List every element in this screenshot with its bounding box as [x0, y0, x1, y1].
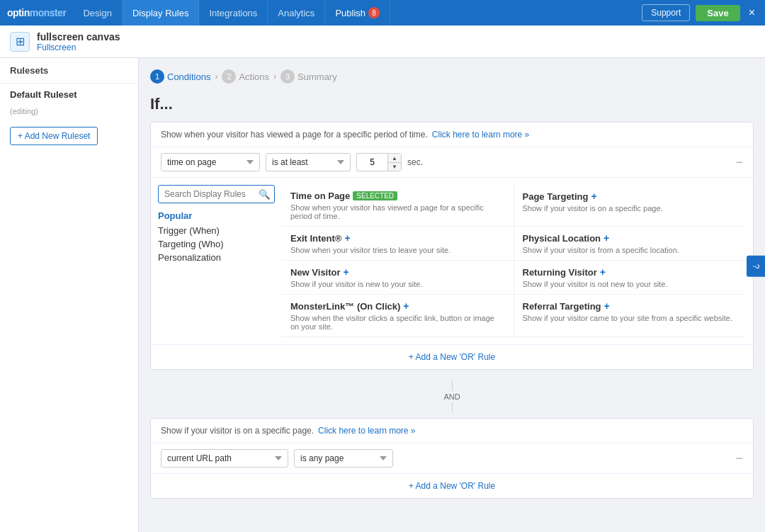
close-button[interactable]: ×: [746, 4, 758, 22]
rule-2-controls: current URL path is any page −: [151, 443, 753, 473]
campaign-type: Fullscreen: [37, 43, 120, 52]
rule-2-learn-more[interactable]: Click here to learn more »: [318, 426, 415, 436]
search-box-wrap: 🔍: [158, 185, 275, 203]
rule-1-remove-button[interactable]: −: [735, 156, 743, 169]
campaign-icon: ⊞: [10, 32, 30, 52]
step-3-label: Summary: [298, 72, 337, 82]
and-connector: AND: [150, 375, 754, 418]
search-input[interactable]: [158, 185, 275, 203]
support-button[interactable]: Support: [642, 4, 690, 21]
option-physical-location-desc: Show if your visitor is from a specific …: [523, 246, 738, 254]
rule-1-spinners: ▲ ▼: [387, 153, 402, 171]
option-page-targeting[interactable]: Page Targeting + Show if your visitor is…: [514, 185, 747, 227]
rule-1-number-input[interactable]: [356, 153, 387, 171]
option-page-targeting-name: Page Targeting +: [523, 191, 738, 202]
search-icon: 🔍: [259, 189, 271, 200]
and-line-bottom: [452, 402, 453, 412]
exit-intent-plus[interactable]: +: [344, 232, 350, 244]
step-summary[interactable]: 3 Summary: [280, 69, 337, 84]
option-referral-targeting[interactable]: Referral Targeting + Show if your visito…: [514, 295, 747, 337]
rule-1-learn-more[interactable]: Click here to learn more »: [432, 130, 529, 140]
dropdown-panel: 🔍 Popular Trigger (When) Targeting (Who)…: [151, 177, 753, 344]
rule-1-condition-select[interactable]: is at least: [266, 153, 351, 171]
right-help-tab[interactable]: ?: [747, 255, 765, 277]
rule-card-1: Show when your visitor has viewed a page…: [150, 122, 754, 370]
option-referral-targeting-desc: Show if your visitor came to your site f…: [523, 314, 738, 322]
step-actions[interactable]: 2 Actions: [222, 69, 269, 84]
campaign-name: fullscreen canvas: [37, 31, 120, 43]
step-arrow-2: ›: [273, 72, 276, 81]
step-2-label: Actions: [239, 72, 269, 82]
sidebar-item-default-ruleset[interactable]: Default Ruleset: [0, 84, 138, 106]
panel-right: Time on Page SELECTED Show when your vis…: [282, 185, 746, 337]
rule-2-description: Show if your visitor is on a specific pa…: [161, 426, 314, 436]
add-ruleset-button[interactable]: + Add New Ruleset: [10, 127, 98, 145]
logo[interactable]: optinmonster: [7, 7, 66, 18]
new-visitor-plus[interactable]: +: [344, 266, 349, 278]
rule-1-description: Show when your visitor has viewed a page…: [161, 130, 428, 140]
panel-left: 🔍 Popular Trigger (When) Targeting (Who)…: [158, 185, 275, 337]
referral-targeting-plus[interactable]: +: [604, 300, 610, 312]
step-2-num: 2: [222, 69, 236, 84]
step-3-num: 3: [280, 69, 295, 84]
rule-2-type-select[interactable]: current URL path: [161, 449, 288, 468]
panel-cat-personalization[interactable]: Personalization: [158, 252, 275, 263]
nav-design[interactable]: Design: [73, 0, 122, 26]
physical-location-plus[interactable]: +: [604, 232, 609, 244]
spin-down[interactable]: ▼: [388, 162, 401, 171]
option-physical-location[interactable]: Physical Location + Show if your visitor…: [514, 227, 747, 261]
option-exit-intent-name: Exit Intent® +: [290, 232, 505, 244]
option-returning-visitor-name: Returning Visitor +: [523, 266, 738, 278]
nav-analytics[interactable]: Analytics: [268, 0, 325, 26]
nav-publish[interactable]: Publish 8: [325, 0, 390, 26]
add-or-rule-1[interactable]: + Add a New 'OR' Rule: [151, 344, 753, 369]
selected-badge: SELECTED: [353, 191, 397, 200]
logo-text: optinmonster: [7, 7, 66, 18]
option-exit-intent[interactable]: Exit Intent® + Show when your visitor tr…: [282, 227, 514, 261]
option-physical-location-name: Physical Location +: [523, 232, 738, 244]
option-new-visitor[interactable]: New Visitor + Show if your visitor is ne…: [282, 261, 514, 295]
option-new-visitor-desc: Show if your visitor is new to your site…: [290, 280, 505, 288]
save-button[interactable]: Save: [696, 5, 740, 21]
top-navigation: optinmonster Design Display Rules Integr…: [0, 0, 765, 26]
panel-cat-targeting[interactable]: Targeting (Who): [158, 239, 275, 249]
nav-integrations[interactable]: Integrations: [199, 0, 268, 26]
add-or-rule-2[interactable]: + Add a New 'OR' Rule: [151, 473, 753, 498]
step-conditions[interactable]: 1 Conditions: [150, 69, 210, 84]
option-exit-intent-desc: Show when your visitor tries to leave yo…: [290, 246, 505, 254]
rule-1-controls: time on page is at least ▲ ▼ sec. −: [151, 147, 753, 177]
option-monsterlink[interactable]: MonsterLink™ (On Click) + Show when the …: [282, 295, 514, 337]
option-monsterlink-name: MonsterLink™ (On Click) +: [290, 300, 505, 312]
panel-cat-trigger[interactable]: Trigger (When): [158, 225, 275, 236]
rule-2-condition-select[interactable]: is any page: [294, 449, 393, 468]
option-page-targeting-desc: Show if your visitor is on a specific pa…: [523, 204, 738, 213]
option-monsterlink-desc: Show when the visitor clicks a specific …: [290, 314, 505, 331]
rule-card-1-header: Show when your visitor has viewed a page…: [151, 123, 753, 147]
and-line-top: [452, 381, 453, 391]
steps-bar: 1 Conditions › 2 Actions › 3 Summary: [150, 69, 754, 84]
nav-display-rules[interactable]: Display Rules: [123, 0, 199, 26]
rule-card-2: Show if your visitor is on a specific pa…: [150, 418, 754, 499]
page-targeting-plus[interactable]: +: [591, 191, 596, 202]
if-title: If...: [150, 95, 754, 113]
option-time-on-page-name: Time on Page SELECTED: [290, 191, 505, 201]
sidebar-header: Rulesets: [0, 58, 138, 84]
monsterlink-plus[interactable]: +: [403, 300, 409, 312]
spin-up[interactable]: ▲: [388, 154, 401, 162]
option-returning-visitor[interactable]: Returning Visitor + Show if your visitor…: [514, 261, 747, 295]
plus-icon: ⊞: [16, 35, 25, 48]
option-referral-targeting-name: Referral Targeting +: [523, 300, 738, 312]
option-time-on-page[interactable]: Time on Page SELECTED Show when your vis…: [282, 185, 514, 227]
nav-items: Design Display Rules Integrations Analyt…: [73, 0, 642, 26]
option-time-on-page-desc: Show when your visitor has viewed a page…: [290, 203, 505, 220]
main-layout: Rulesets Default Ruleset (editing) + Add…: [0, 58, 765, 532]
rule-2-remove-button[interactable]: −: [735, 452, 743, 465]
rule-1-unit: sec.: [407, 157, 423, 167]
campaign-bar: ⊞ fullscreen canvas Fullscreen: [0, 26, 765, 58]
rule-1-type-select[interactable]: time on page: [161, 153, 260, 171]
search-icon-button[interactable]: 🔍: [259, 189, 271, 200]
panel-cat-popular[interactable]: Popular: [158, 210, 275, 221]
step-arrow-1: ›: [215, 72, 217, 81]
returning-visitor-plus[interactable]: +: [600, 266, 606, 278]
step-1-num: 1: [150, 69, 164, 84]
